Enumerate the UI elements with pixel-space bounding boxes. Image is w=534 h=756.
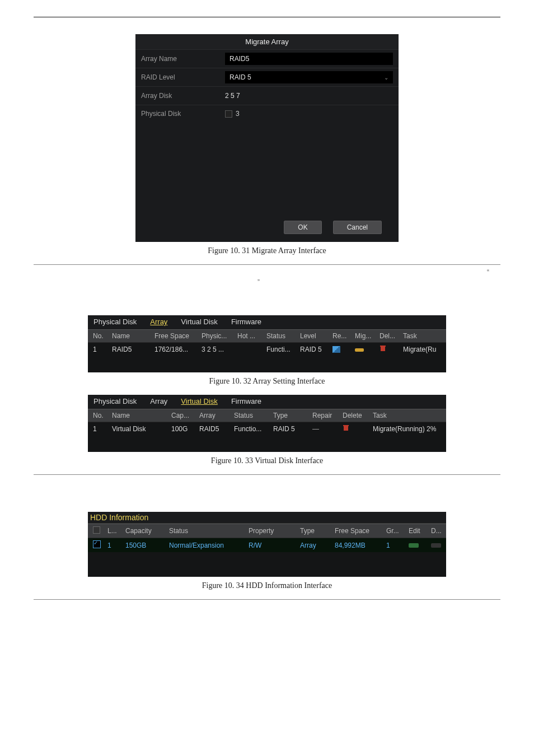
tab-firmware[interactable]: Firmware [231,397,261,405]
tab-virtual-disk[interactable]: Virtual Disk [181,318,218,326]
hdd-table-row[interactable]: 1 150GB Normal/Expansion R/W Array 84,99… [88,538,446,552]
hdd-table-header: L... Capacity Status Property Type Free … [88,524,446,538]
delete-disabled-icon [431,543,441,548]
migrate-array-dialog: Migrate Array Array Name RAID5 RAID Leve… [135,34,399,242]
tab-firmware[interactable]: Firmware [231,318,261,326]
physical-disk-checkbox-3[interactable]: 3 [225,110,240,118]
virtual-disk-panel: Physical Disk Array Virtual Disk Firmwar… [88,395,446,452]
tab-physical-disk[interactable]: Physical Disk [93,318,137,326]
vdisk-table-row[interactable]: 1 Virtual Disk 100G RAID5 Functio... RAI… [88,422,446,435]
migrate-icon[interactable] [355,348,364,352]
select-all-checkbox[interactable] [93,526,100,534]
array-table-header: No. Name Free Space Physic... Hot ... St… [88,329,446,343]
array-disk-value: 2 5 7 [225,90,393,102]
svg-rect-1 [380,346,386,347]
array-name-field[interactable]: RAID5 [225,53,393,65]
dialog-title: Migrate Array [135,34,399,49]
edit-icon[interactable] [409,543,419,548]
repair-disabled: — [311,425,341,433]
array-name-label: Array Name [141,55,225,63]
tab-virtual-disk[interactable]: Virtual Disk [181,397,218,405]
raid-level-label: RAID Level [141,73,225,81]
tab-array[interactable]: Array [150,318,167,326]
array-setting-panel: Physical Disk Array Virtual Disk Firmwar… [88,315,446,372]
figure-caption: Figure 10. 32 Array Setting Interface [34,377,500,386]
physical-disk-label: Physical Disk [141,110,225,211]
delete-icon[interactable] [343,424,349,431]
svg-rect-3 [343,425,349,426]
chevron-down-icon: ⌄ [384,74,388,81]
hdd-info-title: HDD Information [88,512,446,524]
delete-icon[interactable] [380,345,386,352]
raid-level-select[interactable]: RAID 5 ⌄ [225,71,393,83]
checkbox-icon [225,110,232,118]
array-table-row[interactable]: 1 RAID5 1762/186... 3 2 5 ... Functi... … [88,343,446,356]
figure-caption: Figure 10. 33 Virtual Disk Interface [34,456,500,465]
svg-rect-2 [344,426,348,431]
row-checkbox[interactable] [93,540,101,548]
vdisk-table-header: No. Name Cap... Array Status Type Repair… [88,409,446,422]
hdd-info-panel: HDD Information L... Capacity Status Pro… [88,512,446,577]
cancel-button[interactable]: Cancel [333,221,382,234]
tab-physical-disk[interactable]: Physical Disk [93,397,137,405]
ok-button[interactable]: OK [284,221,321,234]
array-disk-label: Array Disk [141,92,225,100]
rebuild-icon[interactable] [332,346,340,353]
svg-rect-0 [381,347,385,351]
figure-caption: Figure 10. 34 HDD Information Interface [34,581,500,590]
tab-array[interactable]: Array [150,397,167,405]
figure-caption: Figure 10. 31 Migrate Array Interface [34,246,500,255]
